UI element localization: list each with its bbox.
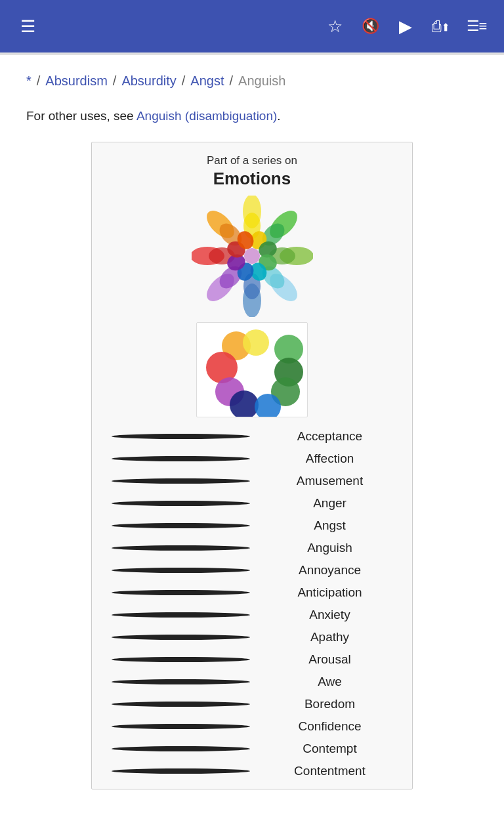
emotion-anger[interactable]: Anger — [261, 496, 399, 511]
list-item: Awe — [105, 671, 399, 693]
star-icon[interactable] — [320, 16, 349, 37]
emotion-anticipation[interactable]: Anticipation — [261, 585, 399, 600]
series-header: Part of a series on — [92, 142, 412, 169]
series-box: Part of a series on Emotions — [91, 142, 413, 789]
bullet-icon — [112, 590, 250, 595]
bullet-icon — [112, 702, 250, 707]
breadcrumb-sep-3: / — [182, 74, 186, 89]
list-item: Affection — [105, 448, 399, 470]
breadcrumb-absurdity[interactable]: Absurdity — [121, 74, 176, 89]
bullet-icon — [112, 523, 250, 528]
list-item: Angst — [105, 514, 399, 537]
breadcrumb-absurdism[interactable]: Absurdism — [45, 74, 107, 89]
emotion-apathy[interactable]: Apathy — [261, 630, 399, 644]
series-title: Emotions — [92, 169, 412, 189]
svg-point-26 — [243, 329, 269, 356]
breadcrumb-current: Anguish — [238, 74, 285, 89]
emotion-anguish[interactable]: Anguish — [261, 541, 399, 555]
bullet-icon — [112, 679, 250, 684]
emotion-contempt[interactable]: Contempt — [261, 742, 399, 756]
bullet-icon — [112, 456, 250, 461]
emotion-amusement[interactable]: Amusement — [261, 474, 399, 488]
bullet-icon — [112, 501, 250, 506]
list-item: Apathy — [105, 626, 399, 648]
breadcrumb: * / Absurdism / Absurdity / Angst / Angu… — [26, 74, 478, 89]
list-item: Anticipation — [105, 581, 399, 604]
bullet-icon — [112, 612, 250, 618]
emotion-arousal[interactable]: Arousal — [261, 652, 399, 667]
topbar: ⬆ ☰≡ — [0, 0, 504, 52]
hamburger-menu-icon[interactable] — [13, 16, 42, 37]
emotion-confidence[interactable]: Confidence — [261, 719, 399, 734]
emotion-angst[interactable]: Angst — [261, 518, 399, 533]
list-item: Acceptance — [105, 425, 399, 448]
play-icon[interactable] — [391, 16, 420, 37]
emotion-awe[interactable]: Awe — [261, 675, 399, 689]
bullet-icon — [112, 657, 250, 662]
emotion-annoyance[interactable]: Annoyance — [261, 563, 399, 578]
list-item: Contentment — [105, 760, 399, 782]
bullet-icon — [112, 568, 250, 573]
emotion-affection[interactable]: Affection — [261, 452, 399, 466]
bullet-icon — [112, 478, 250, 484]
breadcrumb-area: * / Absurdism / Absurdity / Angst / Angu… — [0, 55, 504, 95]
breadcrumb-star[interactable]: * — [26, 74, 32, 89]
list-item: Amusement — [105, 470, 399, 492]
emotion-contentment[interactable]: Contentment — [261, 764, 399, 778]
bullet-icon — [112, 545, 250, 551]
wheel-diagram — [92, 196, 412, 317]
bullet-icon — [112, 746, 250, 751]
share-icon[interactable]: ⬆ — [427, 17, 455, 35]
bullet-icon — [112, 434, 250, 439]
mute-icon[interactable] — [356, 18, 385, 35]
bullet-icon — [112, 724, 250, 729]
disambig-link[interactable]: Anguish (disambiguation) — [136, 109, 277, 123]
emotion-boredom[interactable]: Boredom — [261, 697, 399, 711]
breadcrumb-sep-4: / — [230, 74, 234, 89]
emotion-acceptance[interactable]: Acceptance — [261, 429, 399, 444]
emotion-anxiety[interactable]: Anxiety — [261, 608, 399, 622]
breadcrumb-angst[interactable]: Angst — [190, 74, 224, 89]
bullet-icon — [112, 768, 250, 774]
list-item: Arousal — [105, 648, 399, 671]
list-item: Confidence — [105, 715, 399, 738]
svg-point-24 — [244, 248, 260, 264]
list-item: Contempt — [105, 738, 399, 760]
list-item: Anxiety — [105, 604, 399, 626]
bullet-icon — [112, 635, 250, 640]
menu-lines-icon[interactable]: ☰≡ — [462, 18, 491, 35]
disambig-text: For other uses, see Anguish (disambiguat… — [0, 95, 504, 133]
breadcrumb-sep-1: / — [37, 74, 41, 89]
list-item: Boredom — [105, 693, 399, 715]
list-item: Anguish — [105, 537, 399, 559]
breadcrumb-sep-2: / — [113, 74, 117, 89]
list-item: Annoyance — [105, 559, 399, 581]
emotion-list: Acceptance Affection Amusement Anger Ang… — [92, 425, 412, 782]
circles-diagram — [92, 322, 412, 417]
list-item: Anger — [105, 492, 399, 514]
